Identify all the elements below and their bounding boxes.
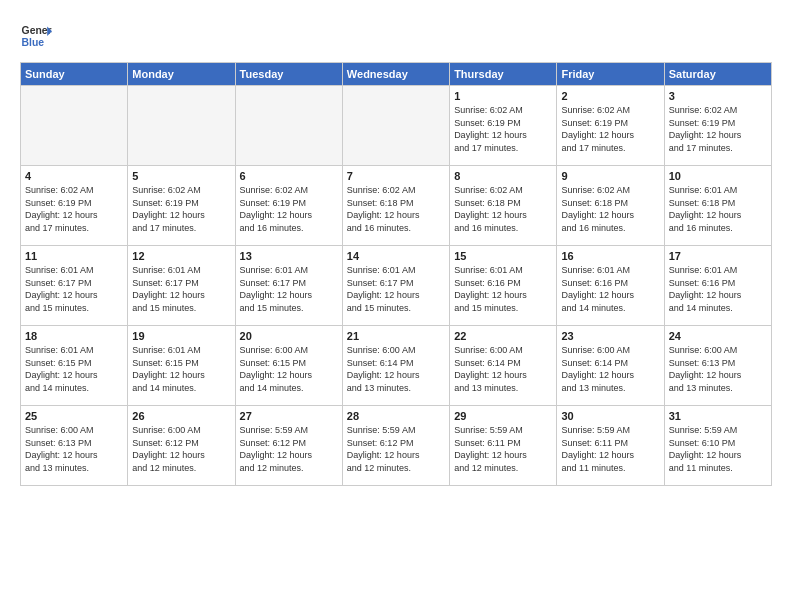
- calendar-cell: 2Sunrise: 6:02 AM Sunset: 6:19 PM Daylig…: [557, 86, 664, 166]
- calendar-table: SundayMondayTuesdayWednesdayThursdayFrid…: [20, 62, 772, 486]
- day-info: Sunrise: 6:02 AM Sunset: 6:19 PM Dayligh…: [25, 184, 123, 234]
- day-number: 20: [240, 330, 338, 342]
- day-info: Sunrise: 5:59 AM Sunset: 6:10 PM Dayligh…: [669, 424, 767, 474]
- day-info: Sunrise: 6:01 AM Sunset: 6:17 PM Dayligh…: [347, 264, 445, 314]
- day-number: 27: [240, 410, 338, 422]
- page-header: General Blue: [20, 20, 772, 52]
- calendar-cell: 24Sunrise: 6:00 AM Sunset: 6:13 PM Dayli…: [664, 326, 771, 406]
- day-number: 16: [561, 250, 659, 262]
- calendar-cell: [342, 86, 449, 166]
- day-info: Sunrise: 6:02 AM Sunset: 6:19 PM Dayligh…: [454, 104, 552, 154]
- calendar-cell: 25Sunrise: 6:00 AM Sunset: 6:13 PM Dayli…: [21, 406, 128, 486]
- calendar-week-row: 4Sunrise: 6:02 AM Sunset: 6:19 PM Daylig…: [21, 166, 772, 246]
- day-number: 4: [25, 170, 123, 182]
- calendar-cell: 17Sunrise: 6:01 AM Sunset: 6:16 PM Dayli…: [664, 246, 771, 326]
- day-number: 15: [454, 250, 552, 262]
- day-info: Sunrise: 6:00 AM Sunset: 6:13 PM Dayligh…: [25, 424, 123, 474]
- day-info: Sunrise: 6:00 AM Sunset: 6:13 PM Dayligh…: [669, 344, 767, 394]
- day-info: Sunrise: 6:00 AM Sunset: 6:15 PM Dayligh…: [240, 344, 338, 394]
- calendar-cell: 6Sunrise: 6:02 AM Sunset: 6:19 PM Daylig…: [235, 166, 342, 246]
- day-info: Sunrise: 6:02 AM Sunset: 6:18 PM Dayligh…: [561, 184, 659, 234]
- calendar-cell: 30Sunrise: 5:59 AM Sunset: 6:11 PM Dayli…: [557, 406, 664, 486]
- day-info: Sunrise: 6:01 AM Sunset: 6:16 PM Dayligh…: [561, 264, 659, 314]
- calendar-cell: 8Sunrise: 6:02 AM Sunset: 6:18 PM Daylig…: [450, 166, 557, 246]
- calendar-cell: 31Sunrise: 5:59 AM Sunset: 6:10 PM Dayli…: [664, 406, 771, 486]
- day-number: 9: [561, 170, 659, 182]
- weekday-header-cell: Saturday: [664, 63, 771, 86]
- calendar-cell: 5Sunrise: 6:02 AM Sunset: 6:19 PM Daylig…: [128, 166, 235, 246]
- calendar-week-row: 18Sunrise: 6:01 AM Sunset: 6:15 PM Dayli…: [21, 326, 772, 406]
- calendar-cell: 3Sunrise: 6:02 AM Sunset: 6:19 PM Daylig…: [664, 86, 771, 166]
- day-number: 10: [669, 170, 767, 182]
- day-info: Sunrise: 6:00 AM Sunset: 6:14 PM Dayligh…: [454, 344, 552, 394]
- day-number: 1: [454, 90, 552, 102]
- weekday-header-cell: Friday: [557, 63, 664, 86]
- day-info: Sunrise: 5:59 AM Sunset: 6:12 PM Dayligh…: [347, 424, 445, 474]
- day-info: Sunrise: 6:01 AM Sunset: 6:16 PM Dayligh…: [454, 264, 552, 314]
- calendar-cell: 4Sunrise: 6:02 AM Sunset: 6:19 PM Daylig…: [21, 166, 128, 246]
- day-info: Sunrise: 6:00 AM Sunset: 6:12 PM Dayligh…: [132, 424, 230, 474]
- day-info: Sunrise: 6:02 AM Sunset: 6:19 PM Dayligh…: [240, 184, 338, 234]
- day-info: Sunrise: 6:02 AM Sunset: 6:19 PM Dayligh…: [669, 104, 767, 154]
- day-info: Sunrise: 6:02 AM Sunset: 6:19 PM Dayligh…: [561, 104, 659, 154]
- day-number: 5: [132, 170, 230, 182]
- day-number: 19: [132, 330, 230, 342]
- weekday-header-cell: Sunday: [21, 63, 128, 86]
- calendar-cell: 28Sunrise: 5:59 AM Sunset: 6:12 PM Dayli…: [342, 406, 449, 486]
- calendar-cell: 14Sunrise: 6:01 AM Sunset: 6:17 PM Dayli…: [342, 246, 449, 326]
- day-info: Sunrise: 6:01 AM Sunset: 6:16 PM Dayligh…: [669, 264, 767, 314]
- weekday-header-cell: Monday: [128, 63, 235, 86]
- svg-text:Blue: Blue: [22, 37, 45, 48]
- calendar-cell: 15Sunrise: 6:01 AM Sunset: 6:16 PM Dayli…: [450, 246, 557, 326]
- day-number: 8: [454, 170, 552, 182]
- weekday-header-cell: Tuesday: [235, 63, 342, 86]
- calendar-cell: 12Sunrise: 6:01 AM Sunset: 6:17 PM Dayli…: [128, 246, 235, 326]
- calendar-cell: 1Sunrise: 6:02 AM Sunset: 6:19 PM Daylig…: [450, 86, 557, 166]
- calendar-week-row: 25Sunrise: 6:00 AM Sunset: 6:13 PM Dayli…: [21, 406, 772, 486]
- calendar-cell: 21Sunrise: 6:00 AM Sunset: 6:14 PM Dayli…: [342, 326, 449, 406]
- day-number: 11: [25, 250, 123, 262]
- day-number: 25: [25, 410, 123, 422]
- day-info: Sunrise: 6:01 AM Sunset: 6:15 PM Dayligh…: [132, 344, 230, 394]
- calendar-cell: 10Sunrise: 6:01 AM Sunset: 6:18 PM Dayli…: [664, 166, 771, 246]
- day-number: 14: [347, 250, 445, 262]
- calendar-cell: [235, 86, 342, 166]
- day-number: 7: [347, 170, 445, 182]
- day-info: Sunrise: 6:01 AM Sunset: 6:17 PM Dayligh…: [25, 264, 123, 314]
- logo-icon: General Blue: [20, 20, 52, 52]
- day-number: 17: [669, 250, 767, 262]
- day-number: 29: [454, 410, 552, 422]
- day-number: 28: [347, 410, 445, 422]
- calendar-cell: 26Sunrise: 6:00 AM Sunset: 6:12 PM Dayli…: [128, 406, 235, 486]
- calendar-cell: [128, 86, 235, 166]
- day-number: 2: [561, 90, 659, 102]
- day-info: Sunrise: 6:01 AM Sunset: 6:17 PM Dayligh…: [132, 264, 230, 314]
- weekday-header-cell: Wednesday: [342, 63, 449, 86]
- calendar-cell: 22Sunrise: 6:00 AM Sunset: 6:14 PM Dayli…: [450, 326, 557, 406]
- day-number: 13: [240, 250, 338, 262]
- calendar-cell: 19Sunrise: 6:01 AM Sunset: 6:15 PM Dayli…: [128, 326, 235, 406]
- weekday-header-row: SundayMondayTuesdayWednesdayThursdayFrid…: [21, 63, 772, 86]
- calendar-cell: 23Sunrise: 6:00 AM Sunset: 6:14 PM Dayli…: [557, 326, 664, 406]
- calendar-week-row: 1Sunrise: 6:02 AM Sunset: 6:19 PM Daylig…: [21, 86, 772, 166]
- calendar-cell: 7Sunrise: 6:02 AM Sunset: 6:18 PM Daylig…: [342, 166, 449, 246]
- day-info: Sunrise: 6:02 AM Sunset: 6:19 PM Dayligh…: [132, 184, 230, 234]
- day-number: 30: [561, 410, 659, 422]
- day-info: Sunrise: 5:59 AM Sunset: 6:11 PM Dayligh…: [454, 424, 552, 474]
- day-info: Sunrise: 6:02 AM Sunset: 6:18 PM Dayligh…: [454, 184, 552, 234]
- day-info: Sunrise: 6:01 AM Sunset: 6:17 PM Dayligh…: [240, 264, 338, 314]
- calendar-week-row: 11Sunrise: 6:01 AM Sunset: 6:17 PM Dayli…: [21, 246, 772, 326]
- calendar-cell: 16Sunrise: 6:01 AM Sunset: 6:16 PM Dayli…: [557, 246, 664, 326]
- day-info: Sunrise: 6:02 AM Sunset: 6:18 PM Dayligh…: [347, 184, 445, 234]
- logo: General Blue: [20, 20, 52, 52]
- day-number: 31: [669, 410, 767, 422]
- day-number: 26: [132, 410, 230, 422]
- day-number: 21: [347, 330, 445, 342]
- day-number: 12: [132, 250, 230, 262]
- calendar-cell: 13Sunrise: 6:01 AM Sunset: 6:17 PM Dayli…: [235, 246, 342, 326]
- day-info: Sunrise: 5:59 AM Sunset: 6:11 PM Dayligh…: [561, 424, 659, 474]
- day-number: 24: [669, 330, 767, 342]
- calendar-cell: [21, 86, 128, 166]
- calendar-cell: 29Sunrise: 5:59 AM Sunset: 6:11 PM Dayli…: [450, 406, 557, 486]
- calendar-cell: 18Sunrise: 6:01 AM Sunset: 6:15 PM Dayli…: [21, 326, 128, 406]
